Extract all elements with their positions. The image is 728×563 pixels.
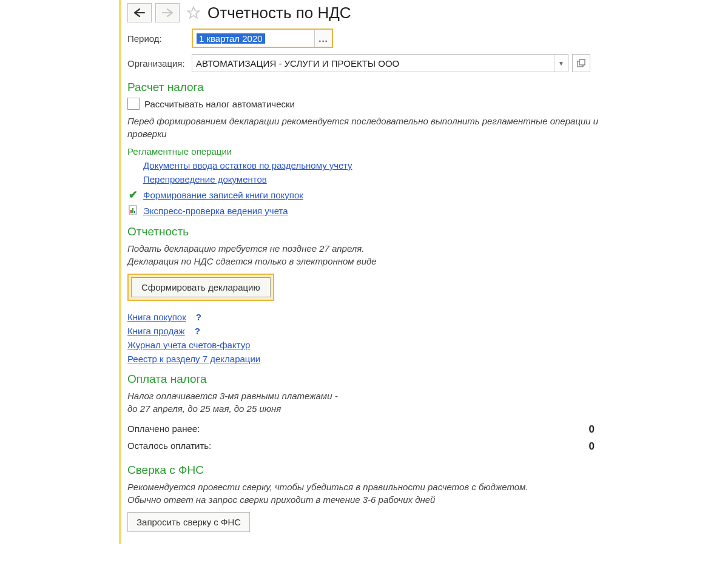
svg-rect-3: [130, 210, 132, 213]
payment-heading: Оплата налога: [127, 373, 604, 386]
svg-rect-1: [579, 59, 585, 65]
favorite-star-icon[interactable]: [186, 5, 201, 21]
remain-label: Осталось оплатить:: [127, 440, 211, 453]
link-purchase-book-records[interactable]: Формирование записей книги покупок: [143, 190, 303, 200]
report-icon: [127, 205, 138, 217]
link-purchase-book[interactable]: Книга покупок: [127, 312, 186, 322]
request-sverka-button[interactable]: Запросить сверку с ФНС: [127, 512, 250, 532]
link-express-check[interactable]: Экспресс-проверка ведения учета: [143, 206, 288, 216]
remain-value: 0: [589, 440, 595, 453]
payment-note: Налог оплачивается 3-мя равными платежам…: [127, 389, 604, 415]
svg-rect-4: [132, 208, 133, 213]
check-icon: ✔: [127, 188, 138, 201]
page-title: Отчетность по НДС: [207, 4, 351, 22]
auto-calc-checkbox[interactable]: [127, 98, 140, 110]
org-open-button[interactable]: [572, 54, 590, 72]
period-label: Период:: [127, 33, 192, 44]
help-icon[interactable]: ?: [195, 326, 200, 336]
reg-ops-heading: Регламентные операции: [127, 146, 604, 157]
help-icon[interactable]: ?: [196, 312, 201, 322]
link-invoice-journal[interactable]: Журнал учета счетов-фактур: [127, 340, 250, 350]
nav-back-button[interactable]: [127, 3, 152, 22]
org-field[interactable]: АВТОМАТИЗАЦИЯ - УСЛУГИ И ПРОЕКТЫ ООО ▼: [192, 54, 568, 72]
sverka-heading: Сверка с ФНС: [127, 464, 604, 477]
period-field[interactable]: 1 квартал 2020 ...: [192, 29, 333, 48]
link-remainders[interactable]: Документы ввода остатков по раздельному …: [143, 160, 352, 170]
nav-forward-button: [155, 3, 180, 22]
report-heading: Отчетность: [127, 225, 604, 238]
org-label: Организация:: [127, 58, 192, 69]
org-dropdown-button[interactable]: ▼: [554, 55, 568, 72]
calc-note: Перед формированием декларации рекоменду…: [127, 115, 604, 140]
sverka-note: Рекомендуется провести сверку, чтобы убе…: [127, 480, 604, 506]
calc-heading: Расчет налога: [127, 81, 604, 94]
link-repost[interactable]: Перепроведение документов: [143, 174, 267, 184]
period-value: 1 квартал 2020: [197, 33, 265, 44]
org-value: АВТОМАТИЗАЦИЯ - УСЛУГИ И ПРОЕКТЫ ООО: [192, 55, 554, 72]
paid-before-label: Оплачено ранее:: [127, 423, 200, 436]
form-declaration-frame: Сформировать декларацию: [127, 274, 274, 301]
auto-calc-label: Рассчитывать налог автоматически: [144, 99, 295, 109]
report-note: Подать декларацию требуется не позднее 2…: [127, 242, 604, 268]
link-sales-book[interactable]: Книга продаж: [127, 326, 185, 336]
link-section7-registry[interactable]: Реестр к разделу 7 декларации: [127, 354, 260, 364]
svg-rect-5: [134, 211, 135, 213]
period-select-button[interactable]: ...: [314, 30, 332, 47]
form-declaration-button[interactable]: Сформировать декларацию: [131, 277, 271, 297]
paid-before-value: 0: [589, 423, 595, 436]
